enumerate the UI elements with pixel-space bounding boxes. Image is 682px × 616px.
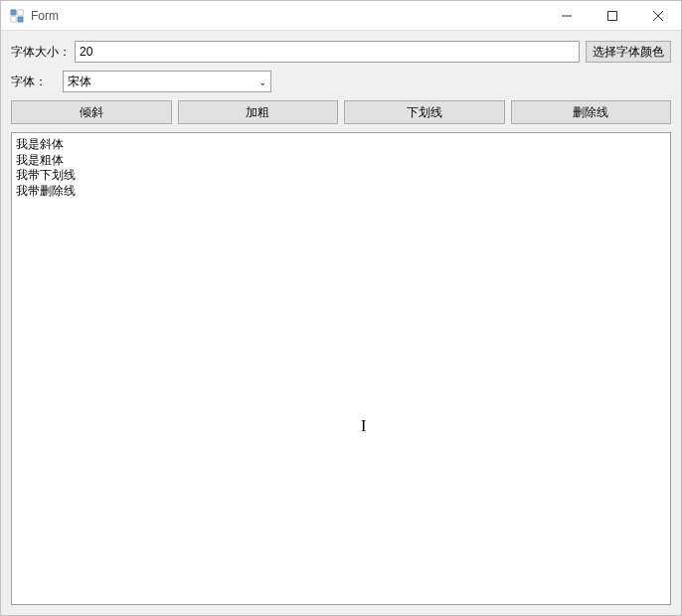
svg-rect-0 bbox=[11, 9, 16, 14]
underline-button[interactable]: 下划线 bbox=[344, 100, 505, 124]
svg-rect-5 bbox=[608, 11, 617, 20]
svg-rect-3 bbox=[18, 16, 23, 21]
svg-rect-2 bbox=[11, 16, 16, 21]
font-select[interactable]: 宋体 bbox=[63, 71, 271, 92]
bold-button[interactable]: 加粗 bbox=[178, 100, 339, 124]
titlebar-left: Form bbox=[1, 8, 59, 24]
app-icon bbox=[9, 8, 25, 24]
font-row: 字体： 宋体 ⌄ bbox=[11, 71, 671, 92]
titlebar: Form bbox=[1, 1, 681, 31]
strikethrough-button[interactable]: 删除线 bbox=[511, 100, 672, 124]
italic-button[interactable]: 倾斜 bbox=[11, 100, 172, 124]
text-editor[interactable] bbox=[11, 132, 671, 605]
style-button-row: 倾斜 加粗 下划线 删除线 bbox=[11, 100, 671, 124]
titlebar-controls bbox=[544, 1, 681, 30]
window-title: Form bbox=[31, 9, 59, 23]
main-window: Form 字体大小： 选择字体颜色 字体： 宋体 bbox=[0, 0, 682, 616]
choose-color-button[interactable]: 选择字体颜色 bbox=[586, 41, 671, 63]
content-area: 字体大小： 选择字体颜色 字体： 宋体 ⌄ 倾斜 加粗 下划线 删除线 bbox=[1, 31, 681, 615]
svg-rect-1 bbox=[18, 9, 23, 14]
font-size-row: 字体大小： 选择字体颜色 bbox=[11, 41, 671, 63]
minimize-button[interactable] bbox=[544, 1, 590, 30]
font-label: 字体： bbox=[11, 74, 59, 90]
maximize-button[interactable] bbox=[590, 1, 635, 30]
font-select-wrap: 宋体 ⌄ bbox=[63, 71, 271, 92]
close-button[interactable] bbox=[635, 1, 681, 30]
font-size-input[interactable] bbox=[75, 41, 580, 63]
font-size-label: 字体大小： bbox=[11, 44, 71, 61]
